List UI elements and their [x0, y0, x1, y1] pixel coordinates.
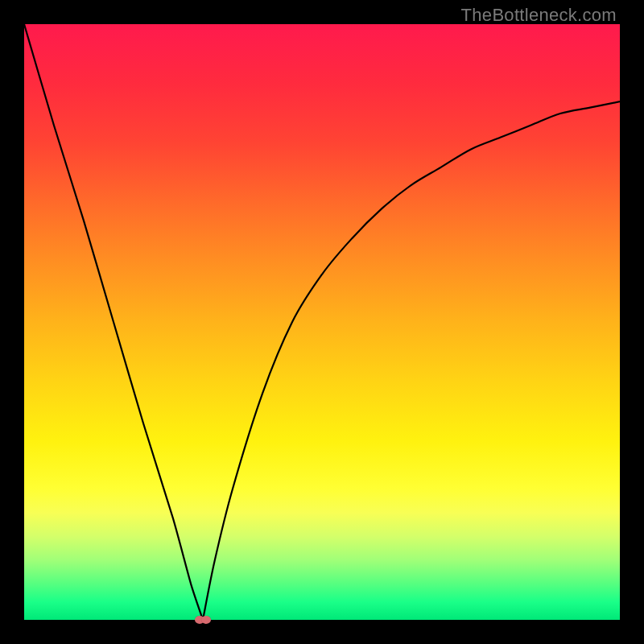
watermark-text: TheBottleneck.com [461, 5, 617, 26]
plot-area [24, 24, 620, 620]
chart-frame: TheBottleneck.com [0, 0, 644, 644]
marker-layer [24, 24, 620, 620]
minimum-marker [201, 616, 211, 624]
